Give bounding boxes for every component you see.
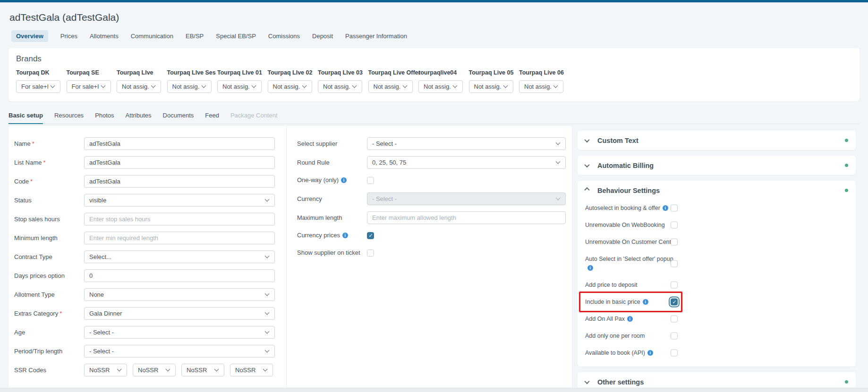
list-name-input[interactable]: [84, 156, 275, 169]
one-way-only-checkbox[interactable]: [367, 177, 374, 184]
horizontal-scrollbar[interactable]: [0, 388, 868, 392]
add-on-all-pax-checkbox[interactable]: [671, 315, 678, 322]
tab-comissions[interactable]: Comissions: [268, 30, 300, 42]
info-icon[interactable]: [643, 299, 648, 305]
brand-status-select[interactable]: Not assig...: [167, 80, 212, 93]
tab-resources[interactable]: Resources: [54, 111, 84, 124]
autoselect-in-booking-offer-checkbox[interactable]: [671, 205, 678, 212]
setting-autoselect-in-booking-offer: Autoselect in booking & offer: [585, 204, 848, 212]
available-to-book-api-checkbox[interactable]: [671, 350, 678, 357]
tab-communication[interactable]: Communication: [131, 30, 173, 42]
brand-status-select[interactable]: Not assig...: [519, 80, 563, 93]
brand-status-select[interactable]: For sale+I...: [16, 80, 60, 93]
info-icon[interactable]: [627, 316, 633, 322]
supplier-select[interactable]: - Select -: [367, 137, 566, 150]
tab-package-content: Package Content: [230, 111, 278, 124]
allotment-type-select[interactable]: None: [84, 288, 275, 301]
setting-unremovable-on-webbooking: Unremovable On WebBooking: [585, 221, 848, 229]
info-icon[interactable]: [587, 265, 593, 271]
auto-select-in-select-offer-popup-checkbox[interactable]: [671, 260, 678, 267]
period-trip-length-select[interactable]: - Select -: [84, 345, 275, 358]
info-icon[interactable]: [663, 205, 668, 211]
tab-allotments[interactable]: Allotments: [90, 30, 119, 42]
age-select[interactable]: - Select -: [84, 326, 275, 339]
chevron-down-icon: [553, 83, 558, 88]
name-input[interactable]: [84, 137, 275, 150]
accordion-behaviour-settings-header[interactable]: Behaviour Settings: [578, 181, 856, 200]
unremovable-on-webbooking-checkbox[interactable]: [671, 222, 678, 229]
contract-type-select[interactable]: Select...: [84, 250, 275, 263]
setting-add-on-all-pax: Add On All Pax: [585, 315, 848, 323]
brand-status-select[interactable]: Not assig...: [268, 80, 312, 93]
tab-documents[interactable]: Documents: [163, 111, 194, 124]
setting-available-to-book-api: Available to book (API): [585, 349, 848, 357]
add-price-to-deposit-checkbox[interactable]: [671, 281, 678, 288]
field-label: Stop sales hours: [14, 216, 84, 223]
field-list-name: List Name*: [14, 156, 275, 169]
code-input[interactable]: [84, 175, 275, 188]
chevron-down-icon: [151, 83, 156, 88]
brand-status-select[interactable]: Not assig...: [469, 80, 513, 93]
form-left-column: Name* List Name* Code* Status visible St…: [9, 126, 287, 392]
field-label: SSR Codes: [14, 367, 84, 374]
field-currency-prices: Currency prices: [297, 230, 566, 241]
brand-status-select[interactable]: Not assig...: [217, 80, 262, 93]
field-label: Code*: [14, 178, 84, 185]
tab-overview[interactable]: Overview: [11, 30, 48, 42]
required-marker: *: [60, 310, 62, 317]
tab-special-ebsp[interactable]: Special EB/SP: [216, 30, 256, 42]
brand-label: Tourpaq Live 06: [519, 69, 563, 76]
brand-tourpaq-live-06: Tourpaq Live 06 Not assig...: [519, 69, 563, 93]
brand-status-select[interactable]: Not assig...: [318, 80, 362, 93]
tab-basic-setup[interactable]: Basic setup: [9, 111, 43, 124]
brand-status-select[interactable]: For sale+I...: [67, 80, 111, 93]
tab-feed[interactable]: Feed: [205, 111, 219, 124]
ssr-code-select-4[interactable]: NoSSR: [230, 364, 273, 376]
round-rule-select[interactable]: 0, 25, 50, 75: [367, 156, 566, 169]
setting-add-price-to-deposit: Add price to deposit: [585, 281, 848, 289]
info-icon[interactable]: [647, 350, 653, 356]
brand-status-select[interactable]: Not assig...: [368, 80, 413, 93]
brand-tourpaq-dk: Tourpaq DK For sale+I...: [16, 69, 60, 93]
field-label: Minimum length: [14, 234, 84, 242]
tab-deposit[interactable]: Deposit: [312, 30, 333, 42]
brand-tourpaq-live-02: Tourpaq LIve 02 Not assig...: [268, 69, 312, 93]
chevron-down-icon: [51, 83, 55, 88]
chevron-down-icon: [265, 348, 270, 353]
tab-attributes[interactable]: Attributes: [126, 111, 152, 124]
field-label: Currency prices: [297, 232, 367, 239]
days-prices-option-input[interactable]: [84, 269, 275, 282]
tab-photos[interactable]: Photos: [95, 111, 114, 124]
maximum-length-input[interactable]: [367, 211, 566, 224]
include-in-basic-price-checkbox[interactable]: [671, 298, 678, 305]
info-icon[interactable]: [341, 177, 347, 183]
ssr-code-select-2[interactable]: NoSSR: [133, 364, 176, 376]
chevron-down-icon: [402, 83, 407, 88]
minimum-length-input[interactable]: [84, 232, 275, 244]
extras-category-select[interactable]: Gala Dinner: [84, 307, 275, 320]
tab-prices[interactable]: Prices: [60, 30, 77, 42]
ssr-code-select-1[interactable]: NoSSR: [84, 364, 127, 376]
brand-tourpaq-se: Tourpaq SE For sale+I...: [67, 69, 111, 93]
brand-status-select[interactable]: Not assig...: [117, 80, 161, 93]
ssr-code-select-3[interactable]: NoSSR: [181, 364, 224, 376]
info-icon[interactable]: [342, 233, 348, 238]
chevron-up-icon: [584, 187, 589, 192]
chevron-down-icon: [265, 292, 270, 296]
brand-status-select[interactable]: Not assig...: [418, 80, 463, 93]
currency-prices-checkbox[interactable]: [367, 232, 374, 239]
status-dot: [845, 139, 848, 142]
brand-label: tourpaqlive04: [418, 69, 463, 76]
chevron-down-icon: [556, 196, 561, 200]
accordion-custom-text[interactable]: Custom Text: [578, 131, 856, 150]
chevron-down-icon: [214, 367, 219, 372]
tab-passenger-information[interactable]: Passenger Information: [345, 30, 407, 42]
add-only-one-per-room-checkbox[interactable]: [671, 333, 678, 340]
unremovable-on-customer-center-checkbox[interactable]: [671, 239, 678, 246]
accordion-automatic-billing[interactable]: Automatic Billing: [578, 156, 856, 175]
required-marker: *: [32, 140, 34, 147]
stop-sales-hours-input[interactable]: [84, 213, 275, 225]
show-supplier-on-ticket-checkbox[interactable]: [367, 250, 374, 257]
status-select[interactable]: visible: [84, 194, 275, 207]
tab-ebsp[interactable]: EB/SP: [186, 30, 204, 42]
